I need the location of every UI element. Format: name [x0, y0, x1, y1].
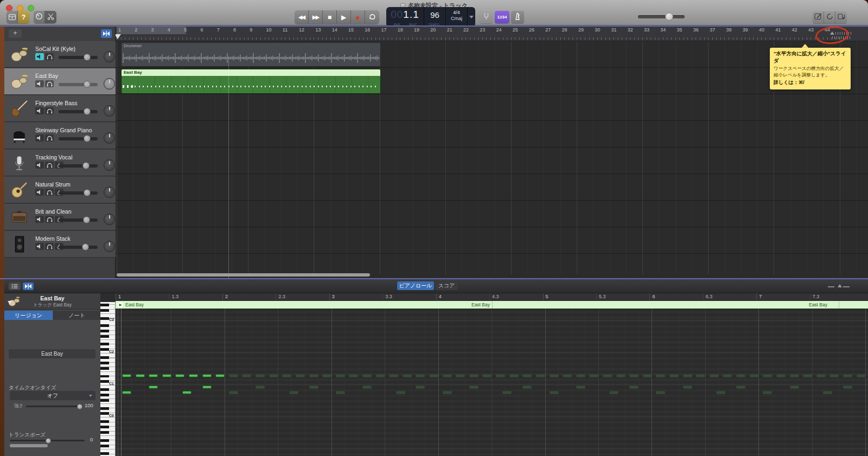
midi-note-snare[interactable]: [736, 386, 745, 389]
solo-button[interactable]: [45, 162, 54, 169]
midi-note-hi-hat[interactable]: [589, 374, 598, 377]
strength-knob[interactable]: [77, 404, 82, 409]
solo-button[interactable]: [45, 134, 54, 142]
piano-keyboard[interactable]: C3C2C1C0: [100, 302, 116, 456]
piano-roll-region-lane[interactable]: ▶ East Bay East Bay East Bay: [116, 301, 868, 309]
midi-note-hi-hat[interactable]: [322, 374, 331, 377]
midi-note-kick[interactable]: [502, 391, 512, 394]
midi-note-hi-hat[interactable]: [376, 374, 385, 377]
midi-note-hi-hat[interactable]: [629, 374, 639, 377]
piano-roll-ruler[interactable]: 11.322.333.344.355.366.377.3: [116, 293, 868, 301]
quantize-dropdown[interactable]: オフ: [10, 391, 95, 400]
pan-knob[interactable]: [104, 132, 115, 144]
track-row-socal-kit[interactable]: SoCal Kit (Kyle): [4, 41, 116, 68]
track-row-modern-stack[interactable]: Modern Stack: [4, 231, 116, 258]
piano-roll-grid[interactable]: [116, 309, 868, 456]
midi-note-hi-hat[interactable]: [122, 374, 131, 377]
track-volume-slider[interactable]: [59, 83, 98, 86]
midi-note-hi-hat[interactable]: [603, 374, 612, 377]
editors-button[interactable]: [45, 11, 56, 23]
master-volume-slider[interactable]: [638, 15, 685, 18]
track-row-steinway-grand-piano[interactable]: Steinway Grand Piano: [4, 123, 116, 149]
volume-knob[interactable]: [84, 189, 91, 196]
midi-note-hi-hat[interactable]: [336, 374, 345, 377]
region-east-bay[interactable]: East Bay: [121, 69, 381, 94]
midi-note-snare[interactable]: [469, 386, 478, 389]
volume-knob[interactable]: [82, 162, 90, 169]
editor-catch-button[interactable]: [23, 282, 34, 290]
midi-note-kick[interactable]: [763, 391, 772, 394]
volume-knob[interactable]: [83, 216, 90, 223]
midi-note-hi-hat[interactable]: [443, 374, 452, 377]
midi-note-kick[interactable]: [609, 391, 618, 394]
track-zoom-fit-button[interactable]: [101, 29, 112, 38]
master-volume-knob[interactable]: [665, 12, 673, 21]
transpose-knob[interactable]: [46, 438, 51, 444]
midi-note-snare[interactable]: [790, 386, 799, 389]
region-drummer[interactable]: Drummer: [121, 42, 381, 67]
midi-note-hi-hat[interactable]: [763, 374, 772, 377]
mute-button[interactable]: [35, 189, 44, 196]
smart-controls-button[interactable]: [34, 11, 45, 23]
midi-note-hi-hat[interactable]: [496, 374, 505, 377]
track-volume-slider[interactable]: [59, 219, 98, 222]
forward-button[interactable]: ▶▶: [309, 10, 323, 24]
midi-note-hi-hat[interactable]: [362, 374, 372, 377]
midi-note-hi-hat[interactable]: [736, 374, 745, 377]
midi-note-snare[interactable]: [576, 386, 585, 389]
midi-note-hi-hat[interactable]: [843, 374, 852, 377]
midi-note-kick[interactable]: [182, 391, 192, 394]
midi-note-snare[interactable]: [149, 386, 158, 389]
volume-knob[interactable]: [84, 135, 91, 142]
record-button[interactable]: ●: [351, 10, 365, 24]
midi-note-hi-hat[interactable]: [750, 374, 759, 377]
midi-note-hi-hat[interactable]: [389, 374, 398, 377]
volume-knob[interactable]: [84, 81, 91, 88]
midi-note-hi-hat[interactable]: [136, 374, 145, 377]
midi-note-kick[interactable]: [229, 391, 238, 394]
mute-button[interactable]: [35, 243, 44, 250]
midi-note-hi-hat[interactable]: [349, 374, 358, 377]
pan-knob[interactable]: [104, 214, 115, 225]
midi-note-hi-hat[interactable]: [429, 374, 438, 377]
midi-note-snare[interactable]: [202, 386, 212, 389]
midi-note-hi-hat[interactable]: [509, 374, 519, 377]
timeline-ruler[interactable]: 1234567891011121314151617181920212223242…: [116, 27, 868, 41]
quick-help-button[interactable]: ?: [18, 11, 29, 23]
midi-note-hi-hat[interactable]: [522, 374, 532, 377]
midi-note-hi-hat[interactable]: [550, 374, 559, 377]
pan-knob[interactable]: [104, 159, 115, 171]
count-in-button[interactable]: 1234: [495, 11, 509, 23]
solo-button[interactable]: [45, 243, 54, 250]
region-play-icon[interactable]: ▶: [118, 302, 123, 307]
midi-note-hi-hat[interactable]: [683, 374, 692, 377]
arrange-horizontal-scrollbar[interactable]: [117, 273, 370, 277]
volume-knob[interactable]: [84, 54, 91, 61]
mute-button[interactable]: [35, 53, 44, 60]
midi-note-kick[interactable]: [550, 391, 559, 394]
transpose-slider[interactable]: [10, 440, 85, 441]
midi-note-hi-hat[interactable]: [403, 374, 412, 377]
track-row-fingerstyle-bass[interactable]: Fingerstyle Bass: [4, 95, 116, 122]
region-name-field[interactable]: East Bay: [9, 349, 95, 358]
metronome-button[interactable]: [511, 11, 524, 23]
cycle-button[interactable]: [365, 10, 379, 24]
stop-button[interactable]: ■: [323, 10, 337, 24]
track-row-tracking-vocal[interactable]: Tracking Vocal: [4, 150, 116, 176]
midi-note-hi-hat[interactable]: [576, 374, 585, 377]
midi-note-hi-hat[interactable]: [723, 374, 732, 377]
midi-note-hi-hat[interactable]: [282, 374, 291, 377]
midi-note-hi-hat[interactable]: [469, 374, 478, 377]
midi-note-hi-hat[interactable]: [296, 374, 305, 377]
midi-note-snare[interactable]: [683, 386, 692, 389]
solo-button[interactable]: [45, 53, 54, 60]
track-volume-slider[interactable]: [59, 56, 98, 59]
midi-note-hi-hat[interactable]: [309, 374, 318, 377]
midi-note-hi-hat[interactable]: [242, 374, 251, 377]
midi-note-hi-hat[interactable]: [162, 374, 171, 377]
mute-button[interactable]: [35, 162, 44, 169]
midi-note-hi-hat[interactable]: [482, 374, 492, 377]
zoom-window-button[interactable]: [28, 5, 34, 11]
midi-note-hi-hat[interactable]: [229, 374, 238, 377]
pan-knob[interactable]: [104, 241, 115, 252]
